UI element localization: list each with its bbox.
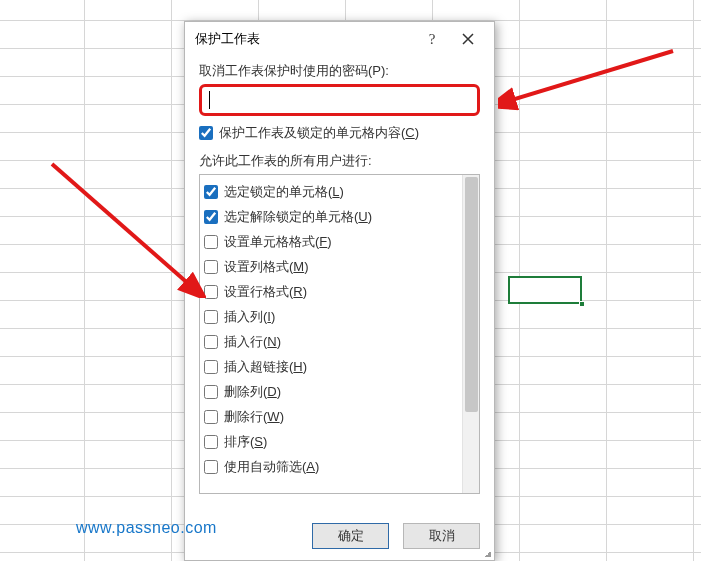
permission-checkbox[interactable] xyxy=(204,385,218,399)
password-field-wrap xyxy=(199,84,480,116)
permission-label: 选定解除锁定的单元格(U) xyxy=(224,208,372,226)
fill-handle[interactable] xyxy=(579,301,585,307)
permission-checkbox[interactable] xyxy=(204,210,218,224)
active-cell[interactable] xyxy=(508,276,582,304)
permission-checkbox[interactable] xyxy=(204,185,218,199)
close-icon xyxy=(462,33,474,45)
permission-item[interactable]: 选定锁定的单元格(L) xyxy=(204,179,475,204)
help-button[interactable]: ? xyxy=(414,26,450,52)
password-input[interactable] xyxy=(199,84,480,116)
titlebar: 保护工作表 ? xyxy=(185,22,494,56)
ok-button[interactable]: 确定 xyxy=(312,523,389,549)
permission-item[interactable]: 插入列(I) xyxy=(204,304,475,329)
close-button[interactable] xyxy=(450,26,486,52)
protect-checkbox-row[interactable]: 保护工作表及锁定的单元格内容(C) xyxy=(199,124,480,142)
permission-item[interactable]: 删除列(D) xyxy=(204,379,475,404)
text-caret xyxy=(209,91,210,109)
permission-checkbox[interactable] xyxy=(204,285,218,299)
permission-checkbox[interactable] xyxy=(204,235,218,249)
permission-label: 插入超链接(H) xyxy=(224,358,307,376)
permission-checkbox[interactable] xyxy=(204,310,218,324)
permission-item[interactable]: 排序(S) xyxy=(204,429,475,454)
permission-checkbox[interactable] xyxy=(204,410,218,424)
protect-checkbox-label: 保护工作表及锁定的单元格内容(C) xyxy=(219,124,419,142)
permission-label: 插入行(N) xyxy=(224,333,281,351)
dialog-body: 取消工作表保护时使用的密码(P): 保护工作表及锁定的单元格内容(C) 允许此工… xyxy=(185,56,494,512)
button-row: 确定 取消 xyxy=(185,512,494,560)
dialog-title: 保护工作表 xyxy=(195,30,414,48)
permission-item[interactable]: 插入超链接(H) xyxy=(204,354,475,379)
permission-label: 设置列格式(M) xyxy=(224,258,309,276)
watermark: www.passneo.com xyxy=(76,519,217,537)
permission-item[interactable]: 插入行(N) xyxy=(204,329,475,354)
permissions-list: 选定锁定的单元格(L)选定解除锁定的单元格(U)设置单元格格式(F)设置列格式(… xyxy=(199,174,480,494)
permission-label: 插入列(I) xyxy=(224,308,275,326)
resize-grip[interactable] xyxy=(479,545,491,557)
permission-item[interactable]: 设置单元格格式(F) xyxy=(204,229,475,254)
permission-label: 选定锁定的单元格(L) xyxy=(224,183,344,201)
permission-checkbox[interactable] xyxy=(204,360,218,374)
permission-item[interactable]: 选定解除锁定的单元格(U) xyxy=(204,204,475,229)
allow-label: 允许此工作表的所有用户进行: xyxy=(199,152,480,170)
protect-sheet-dialog: 保护工作表 ? 取消工作表保护时使用的密码(P): 保护工作表及锁定的单元格内容… xyxy=(184,21,495,561)
permission-item[interactable]: 使用自动筛选(A) xyxy=(204,454,475,479)
permission-label: 设置单元格格式(F) xyxy=(224,233,332,251)
protect-checkbox[interactable] xyxy=(199,126,213,140)
password-label: 取消工作表保护时使用的密码(P): xyxy=(199,62,480,80)
permission-label: 排序(S) xyxy=(224,433,267,451)
permission-checkbox[interactable] xyxy=(204,460,218,474)
permission-label: 设置行格式(R) xyxy=(224,283,307,301)
permission-item[interactable]: 删除行(W) xyxy=(204,404,475,429)
permission-checkbox[interactable] xyxy=(204,260,218,274)
cancel-button[interactable]: 取消 xyxy=(403,523,480,549)
permission-item[interactable]: 设置行格式(R) xyxy=(204,279,475,304)
permission-label: 删除行(W) xyxy=(224,408,284,426)
permission-label: 使用自动筛选(A) xyxy=(224,458,319,476)
permission-label: 删除列(D) xyxy=(224,383,281,401)
permissions-list-inner: 选定锁定的单元格(L)选定解除锁定的单元格(U)设置单元格格式(F)设置列格式(… xyxy=(200,175,479,483)
scrollbar[interactable] xyxy=(462,175,479,493)
permission-checkbox[interactable] xyxy=(204,435,218,449)
permission-item[interactable]: 设置列格式(M) xyxy=(204,254,475,279)
scrollbar-thumb[interactable] xyxy=(465,177,478,412)
permission-checkbox[interactable] xyxy=(204,335,218,349)
